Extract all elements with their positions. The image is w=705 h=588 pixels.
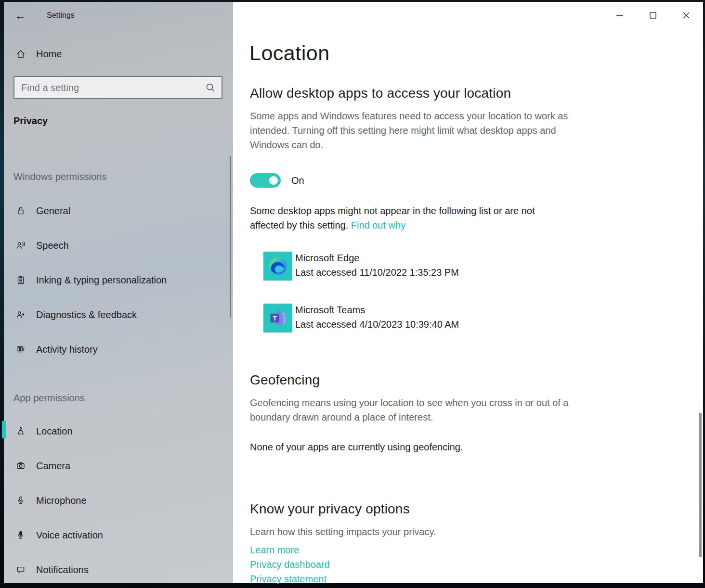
sidebar-item-inking[interactable]: Inking & typing personalization bbox=[4, 270, 233, 290]
home-icon bbox=[16, 49, 26, 59]
sidebar-item-label: Speech bbox=[36, 240, 69, 251]
page-title: Location bbox=[249, 41, 330, 65]
speech-icon bbox=[16, 241, 26, 250]
sidebar-item-microphone[interactable]: Microphone bbox=[4, 491, 233, 510]
settings-window: ← Settings Home Privacy Windows permissi… bbox=[0, 0, 705, 588]
sidebar-item-general[interactable]: General bbox=[4, 201, 233, 220]
desktop-apps-note: Some desktop apps might not appear in th… bbox=[250, 204, 565, 232]
location-icon bbox=[16, 426, 26, 436]
app-last-accessed: Last accessed 11/10/2022 1:35:23 PM bbox=[295, 265, 459, 280]
voice-activation-icon bbox=[16, 530, 26, 540]
sidebar-item-activity-history[interactable]: Activity history bbox=[4, 340, 233, 359]
sidebar-item-label: Home bbox=[36, 49, 62, 60]
window-title: Settings bbox=[47, 11, 75, 20]
sidebar-item-diagnostics[interactable]: Diagnostics & feedback bbox=[4, 305, 233, 324]
geofencing-description: Geofencing means using your location to … bbox=[250, 396, 582, 424]
sidebar-item-home[interactable]: Home bbox=[4, 44, 233, 64]
toggle-state-label: On bbox=[291, 175, 304, 186]
minimize-button[interactable] bbox=[609, 6, 630, 25]
location-toggle[interactable] bbox=[250, 173, 281, 188]
svg-text:T: T bbox=[273, 315, 277, 322]
app-name: Microsoft Edge bbox=[295, 251, 459, 265]
microsoft-teams-icon: T bbox=[263, 304, 292, 332]
section-heading-privacy-options: Know your privacy options bbox=[250, 501, 410, 517]
app-row-microsoft-edge: Microsoft Edge Last accessed 11/10/2022 … bbox=[263, 252, 459, 281]
microsoft-edge-icon bbox=[263, 252, 292, 281]
sidebar-section-title: Privacy bbox=[13, 115, 48, 127]
back-arrow-icon[interactable]: ← bbox=[14, 7, 31, 24]
app-last-accessed: Last accessed 4/10/2023 10:39:40 AM bbox=[295, 317, 459, 332]
find-out-why-link[interactable]: Find out why bbox=[351, 220, 405, 230]
location-toggle-row: On bbox=[250, 173, 304, 188]
selected-item-accent-bar bbox=[2, 421, 6, 438]
person-feedback-icon bbox=[16, 310, 26, 320]
sidebar-item-label: Inking & typing personalization bbox=[36, 275, 167, 286]
geofencing-status: None of your apps are currently using ge… bbox=[250, 440, 582, 454]
group-label-app-permissions: App permissions bbox=[13, 393, 85, 404]
main-scrollbar-thumb[interactable] bbox=[699, 413, 702, 557]
sidebar-item-label: Location bbox=[36, 426, 73, 437]
sidebar-item-speech[interactable]: Speech bbox=[4, 236, 233, 255]
search-input[interactable] bbox=[14, 82, 205, 93]
close-button[interactable] bbox=[676, 6, 697, 25]
section-heading-desktop-apps: Allow desktop apps to access your locati… bbox=[250, 86, 511, 101]
sidebar-item-location[interactable]: Location bbox=[4, 422, 233, 441]
microphone-icon bbox=[16, 496, 26, 505]
sidebar-item-label: Voice activation bbox=[36, 530, 103, 541]
sidebar-item-label: Diagnostics & feedback bbox=[36, 309, 137, 320]
app-row-microsoft-teams: T Microsoft Teams Last accessed 4/10/202… bbox=[263, 304, 459, 332]
group-label-windows-permissions: Windows permissions bbox=[13, 171, 106, 182]
learn-more-link[interactable]: Learn more bbox=[250, 545, 299, 555]
search-icon[interactable] bbox=[205, 82, 216, 93]
sidebar-item-label: General bbox=[36, 205, 70, 217]
main-content: Location Allow desktop apps to access yo… bbox=[233, 2, 703, 583]
section-heading-geofencing: Geofencing bbox=[250, 372, 320, 388]
sidebar-item-camera[interactable]: Camera bbox=[4, 456, 233, 475]
activity-history-icon bbox=[16, 345, 26, 354]
desktop-apps-description: Some apps and Windows features need to a… bbox=[250, 109, 574, 152]
maximize-button[interactable] bbox=[642, 6, 664, 25]
camera-icon bbox=[16, 461, 26, 471]
sidebar-item-label: Notifications bbox=[36, 564, 89, 575]
search-box bbox=[13, 76, 222, 99]
sidebar-item-notifications[interactable]: Notifications bbox=[4, 560, 233, 579]
toggle-knob bbox=[269, 176, 278, 185]
clipboard-icon bbox=[16, 275, 26, 285]
sidebar-item-voice-activation[interactable]: Voice activation bbox=[4, 525, 233, 545]
privacy-options-description: Learn how this setting impacts your priv… bbox=[250, 524, 582, 539]
sidebar-item-label: Microphone bbox=[36, 495, 87, 506]
sidebar-item-label: Camera bbox=[36, 460, 70, 472]
sidebar-scrollbar-thumb[interactable] bbox=[230, 156, 231, 318]
notifications-icon bbox=[16, 565, 26, 575]
sidebar: ← Settings Home Privacy Windows permissi… bbox=[4, 2, 233, 583]
sidebar-item-label: Activity history bbox=[36, 344, 98, 355]
privacy-statement-link[interactable]: Privacy statement bbox=[250, 574, 326, 584]
privacy-dashboard-link[interactable]: Privacy dashboard bbox=[250, 559, 330, 570]
app-name: Microsoft Teams bbox=[295, 303, 459, 317]
lock-icon bbox=[16, 206, 26, 216]
